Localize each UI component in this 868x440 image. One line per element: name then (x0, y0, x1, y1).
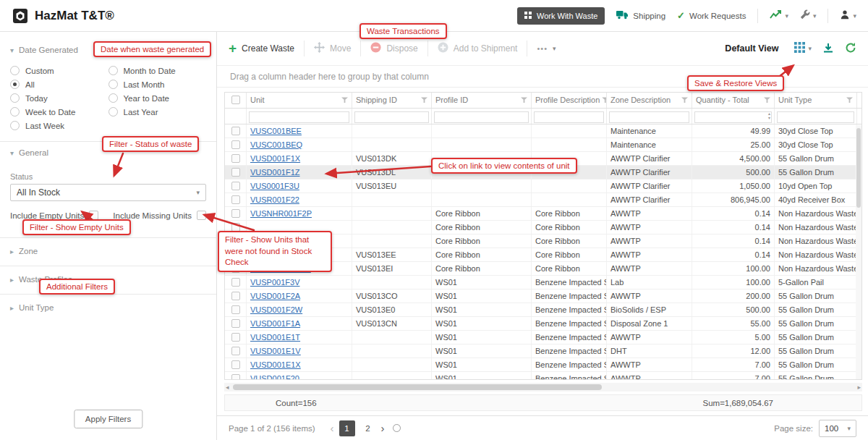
filter-funnel-icon[interactable] (421, 97, 427, 103)
nav-work-requests[interactable]: ✓ Work Requests (677, 10, 746, 21)
unit-link[interactable]: VUSR001F22 (250, 195, 299, 204)
filter-funnel-icon[interactable] (341, 97, 348, 103)
table-row[interactable]: VUSD001F2A VUS013CO WS01 Benzene Impacte… (225, 289, 861, 303)
row-checkbox[interactable] (231, 333, 240, 342)
views-grid-button[interactable]: ▾ (794, 42, 812, 55)
radio-week-to-date[interactable]: Week to Date (10, 105, 109, 119)
table-row[interactable]: VUSD001E1V WS01 Benzene Impacted Silica … (225, 344, 861, 358)
unit-link[interactable]: VUSNHR001F2P (250, 209, 312, 218)
unit-filter-input[interactable] (249, 111, 349, 123)
unit-link[interactable]: VUSC001BEE (250, 127, 302, 135)
page-button-2[interactable]: 2 (360, 420, 376, 436)
user-menu-button[interactable]: ▾ (840, 9, 856, 22)
filter-funnel-icon[interactable] (681, 97, 688, 103)
table-row[interactable]: VUSD001E1T WS01 Benzene Impacted Silica … (225, 331, 861, 344)
section-zone[interactable]: ▸ Zone (0, 238, 216, 264)
row-checkbox[interactable] (231, 182, 240, 190)
horizontal-scrollbar[interactable]: ◂ ▸ (224, 383, 862, 392)
scroll-left-icon[interactable]: ◂ (226, 383, 229, 392)
radio-today[interactable]: Today (10, 91, 109, 105)
unit-link[interactable]: VUSD001F1A (250, 319, 300, 328)
radio-month-to-date[interactable]: Month to Date (109, 64, 207, 77)
quantity-spinner[interactable]: ▴▾ (768, 111, 770, 120)
row-checkbox[interactable] (231, 127, 240, 135)
status-dropdown[interactable]: All In Stock ▾ (10, 184, 206, 201)
create-waste-button[interactable]: + Create Waste (229, 43, 294, 54)
column-header-unit[interactable]: Unit (247, 93, 352, 108)
row-checkbox[interactable] (231, 292, 240, 300)
filter-funnel-icon[interactable] (602, 97, 607, 103)
unit-link[interactable]: VUSD001F1Z (250, 168, 299, 177)
column-header-zone-description[interactable]: Zone Description (607, 93, 692, 108)
section-unit-type[interactable]: ▸ Unit Type (0, 295, 216, 321)
row-checkbox[interactable] (231, 305, 240, 314)
radio-custom[interactable]: Custom (10, 64, 109, 77)
filter-funnel-icon[interactable] (521, 97, 527, 103)
table-row[interactable]: VUSNHR001F2P Core Ribbon Core Ribbon AWW… (225, 207, 861, 221)
export-button[interactable] (823, 43, 833, 55)
row-checkbox[interactable] (231, 374, 240, 379)
page-button-1[interactable]: 1 (339, 420, 355, 436)
row-checkbox[interactable] (231, 360, 240, 369)
unit-link[interactable]: VUSD001F2A (250, 292, 300, 300)
table-row[interactable]: VUSP001F3V WS01 Benzene Impacted Silica … (225, 276, 861, 289)
vertical-scrollbar[interactable] (856, 125, 861, 379)
quantity-filter-input[interactable] (694, 111, 772, 123)
column-header-unit-type[interactable]: Unit Type (775, 93, 857, 108)
row-checkbox[interactable] (231, 278, 240, 287)
unit-link[interactable]: VUSD001E1V (250, 347, 301, 355)
select-all-checkbox[interactable] (231, 96, 240, 104)
table-row[interactable]: VUSD001F20 WS01 Benzene Impacted Silica … (225, 372, 861, 379)
radio-last-week[interactable]: Last Week (10, 119, 109, 132)
unit-link[interactable]: VUSD001F1X (250, 154, 300, 163)
market-chart-menu-button[interactable]: ▾ (770, 9, 788, 22)
move-button[interactable]: Move (314, 42, 351, 55)
unit-link[interactable]: VUSD001F2W (250, 305, 302, 314)
radio-last-month[interactable]: Last Month (109, 77, 207, 91)
column-header-profile-description[interactable]: Profile Description (532, 93, 607, 108)
unit-link[interactable]: VUSD001E1X (250, 360, 301, 369)
tools-menu-button[interactable]: ▾ (800, 9, 817, 22)
page-size-select[interactable]: 100 ▾ (819, 420, 856, 437)
row-checkbox[interactable] (231, 154, 240, 163)
table-row[interactable]: VUSC001BEE Maintenance 49.99 30yd Close … (225, 124, 861, 138)
next-page-button[interactable]: › (381, 423, 385, 433)
row-checkbox[interactable] (231, 209, 240, 218)
row-checkbox[interactable] (231, 319, 240, 328)
column-header-profile-id[interactable]: Profile ID (432, 93, 532, 108)
table-row[interactable]: VUSD001F1A VUS013CN WS01 Benzene Impacte… (225, 317, 861, 331)
unit-type-filter-input[interactable] (777, 111, 854, 123)
radio-all[interactable]: All (10, 77, 109, 91)
nav-work-with-waste[interactable]: Work With Waste (517, 7, 605, 25)
unit-link[interactable]: VUS0001F3U (250, 182, 299, 190)
zone-description-filter-input[interactable] (609, 111, 689, 123)
row-checkbox[interactable] (231, 168, 240, 177)
table-row[interactable]: VUSC001BEQ Maintenance 25.00 30yd Close … (225, 138, 861, 152)
profile-id-filter-input[interactable] (434, 111, 529, 123)
table-row[interactable]: VUSD001F2W VUS013E0 WS01 Benzene Impacte… (225, 303, 861, 317)
profile-description-filter-input[interactable] (534, 111, 604, 123)
prev-page-button[interactable]: ‹ (331, 423, 334, 433)
row-checkbox[interactable] (231, 140, 240, 149)
unit-link[interactable]: VUSD001E1T (250, 333, 300, 342)
unit-link[interactable]: VUSD001F20 (250, 374, 299, 379)
unit-link[interactable]: VUSP001F3V (250, 278, 299, 287)
horizontal-scroll-thumb[interactable] (233, 384, 602, 390)
filter-funnel-icon[interactable] (764, 97, 770, 103)
table-row[interactable]: VUSR001F22 AWWTP Clarifier 806,945.00 40… (225, 193, 861, 207)
radio-year-to-date[interactable]: Year to Date (109, 91, 207, 105)
shipping-id-filter-input[interactable] (354, 111, 429, 123)
table-row[interactable]: VUSD001E1X WS01 Benzene Impacted Silica … (225, 358, 861, 372)
vertical-scroll-thumb[interactable] (856, 128, 861, 208)
more-actions-button[interactable]: ••• ▾ (537, 44, 556, 53)
add-to-shipment-button[interactable]: Add to Shipment (438, 42, 518, 55)
table-row[interactable]: VUS0001F3U VUS013EU AWWTP Clarifier 1,05… (225, 179, 861, 193)
apply-filters-button[interactable]: Apply Filters (74, 410, 142, 428)
unit-link[interactable]: VUSC001BEQ (250, 140, 302, 149)
filter-funnel-icon[interactable] (846, 97, 853, 103)
column-header-quantity-total[interactable]: Quantity - Total (692, 93, 775, 108)
nav-shipping[interactable]: Shipping (616, 10, 665, 21)
radio-last-year[interactable]: Last Year (109, 105, 207, 119)
row-checkbox[interactable] (231, 195, 240, 204)
row-checkbox[interactable] (231, 347, 240, 355)
